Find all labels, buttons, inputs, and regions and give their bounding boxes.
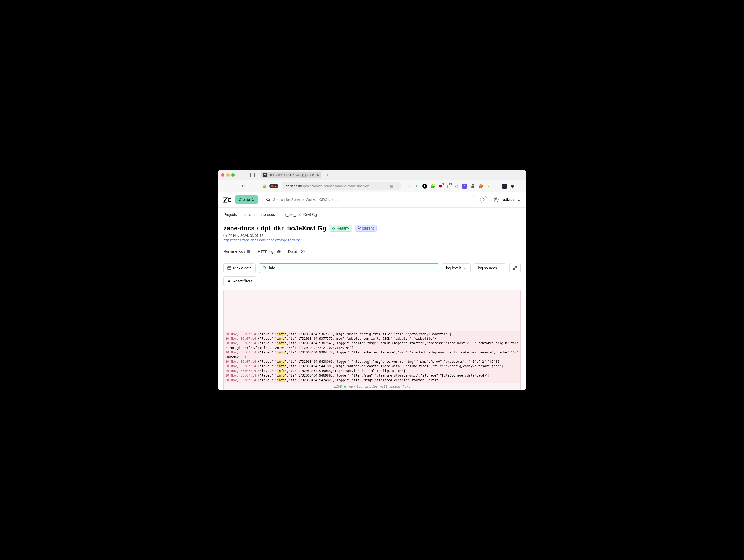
svg-point-5	[247, 250, 248, 250]
help-button[interactable]: ?	[480, 196, 487, 203]
clock-icon	[223, 234, 227, 237]
search-icon	[263, 266, 266, 270]
tab-close-icon[interactable]: ✕	[317, 173, 319, 177]
deployment-timestamp: 20 Nov 2024, 03:07:12	[223, 234, 521, 238]
log-search-input[interactable]	[269, 266, 435, 270]
expand-button[interactable]	[510, 263, 521, 273]
list-icon	[247, 249, 251, 253]
ext-icon-circle[interactable]: ◎	[454, 184, 459, 189]
breadcrumb-projects[interactable]: Projects	[223, 212, 237, 216]
bookmark-icon[interactable]: ☆	[395, 184, 399, 188]
tab-runtime-logs[interactable]: Runtime logs	[223, 249, 251, 257]
title-bar: ZO zane-docs / tioJeXrwLGg | Zane ✕ + ⌄	[218, 170, 526, 180]
ext-icon-wave[interactable]: 〰	[494, 184, 499, 189]
ublock-icon[interactable]: ⛊2	[438, 184, 443, 189]
breadcrumb-service[interactable]: zane-docs	[258, 212, 275, 216]
ext-icon-dark[interactable]	[502, 184, 507, 189]
create-button[interactable]: Create	[235, 195, 258, 204]
reload-button[interactable]: ⟳	[241, 184, 246, 189]
status-badge-healthy: Healthy	[329, 225, 352, 232]
url-field[interactable]: lab.fkiss.me/project/docs/services/docke…	[282, 183, 401, 190]
extension-chip[interactable]: ⌄	[269, 184, 278, 188]
search-filter[interactable]	[259, 263, 439, 273]
log-empty-space	[224, 290, 520, 331]
date-picker-button[interactable]: Pick a date	[223, 263, 256, 273]
log-levels-button[interactable]: log levels ⌄	[442, 263, 471, 273]
ext-icon-f[interactable]: F	[422, 184, 427, 189]
title-service: zane-docs	[223, 225, 255, 232]
tab-http-logs[interactable]: HTTP logs	[258, 249, 281, 257]
tabs-dropdown-icon[interactable]: ⌄	[519, 173, 523, 178]
page-title: zane-docs / dpl_dkr_tioJeXrwLGg	[223, 225, 326, 232]
updown-icon	[252, 198, 254, 202]
log-line: 20 Nov, 03:07:14 {"level":"info","ts":17…	[225, 336, 519, 341]
log-sources-label: log sources	[478, 266, 497, 270]
logo[interactable]	[223, 197, 231, 202]
tab-favicon: ZO	[263, 173, 267, 177]
log-line: 20 Nov, 03:07:14 {"level":"info","ts":17…	[225, 378, 519, 383]
avatar-icon	[494, 197, 498, 202]
global-search[interactable]	[262, 195, 476, 204]
tab-details[interactable]: Details	[288, 249, 305, 257]
reset-filters-button[interactable]: ✕ Reset filters	[223, 276, 256, 286]
tab-title: zane-docs / tioJeXrwLGg | Zane	[268, 173, 314, 177]
lock-icon[interactable]: 🔒	[262, 184, 267, 188]
log-line: 20 Nov, 03:07:14 {"level":"info","ts":17…	[225, 369, 519, 373]
search-icon	[266, 198, 270, 202]
user-menu[interactable]: fredkisss ⌄	[494, 197, 521, 202]
log-levels-label: log levels	[446, 266, 461, 270]
title-separator: /	[257, 225, 258, 232]
svg-point-9	[247, 252, 248, 253]
chevron-right-icon: ›	[254, 212, 255, 216]
ext-icon-square[interactable]: ◫2	[446, 184, 451, 189]
username: fredkisss	[501, 198, 515, 202]
ext-icon-cookie[interactable]: 🍪	[478, 184, 483, 189]
log-line: 20 Nov, 03:07:14 {"level":"info","ts":17…	[225, 360, 519, 364]
log-lines: 20 Nov, 03:07:14 {"level":"info","ts":17…	[224, 331, 520, 383]
create-label: Create	[239, 198, 250, 202]
app: Create ? fredkisss ⌄ Projects › docs › z…	[218, 192, 526, 390]
page-title-row: zane-docs / dpl_dkr_tioJeXrwLGg Healthy …	[223, 225, 521, 232]
reader-icon[interactable]: ▤	[390, 184, 393, 188]
browser-tab[interactable]: ZO zane-docs / tioJeXrwLGg | Zane ✕	[261, 172, 321, 178]
log-line: 20 Nov, 03:07:14 {"level":"info","ts":17…	[225, 332, 519, 336]
back-button[interactable]: ←	[221, 184, 227, 188]
log-footer: -- LIVE new log entries will appear here…	[224, 383, 520, 390]
ext-icon-purple[interactable]: 8	[462, 184, 467, 189]
current-label: current	[362, 226, 374, 230]
window-close-button[interactable]	[221, 173, 224, 176]
svg-point-3	[495, 198, 497, 200]
globe-icon	[277, 250, 281, 253]
global-search-input[interactable]	[273, 198, 472, 202]
deployment-url[interactable]: https://docs-zane-docs-docker-tiojexrwlg…	[223, 238, 302, 242]
tabs: Runtime logs HTTP logs Details	[223, 249, 521, 257]
window-maximize-button[interactable]	[231, 173, 234, 176]
reset-label: Reset filters	[233, 279, 252, 283]
svg-point-15	[303, 250, 303, 251]
forward-button[interactable]: →	[229, 184, 234, 188]
puzzle-icon[interactable]: 🧩	[431, 184, 435, 189]
info-icon	[301, 250, 305, 253]
window-minimize-button[interactable]	[226, 173, 229, 176]
content: Projects › docs › zane-docs › dpl_dkr_ti…	[218, 208, 526, 390]
ext-icon-green[interactable]: ●	[486, 184, 491, 189]
download-icon[interactable]: ⬇	[414, 184, 419, 189]
sidebar-toggle-icon[interactable]	[249, 173, 255, 177]
pocket-icon[interactable]: ⌄	[407, 184, 411, 189]
breadcrumb-docs[interactable]: docs	[243, 212, 251, 216]
log-sources-button[interactable]: log sources ⌄	[474, 263, 506, 273]
breadcrumb: Projects › docs › zane-docs › dpl_dkr_ti…	[223, 212, 521, 216]
close-icon: ✕	[227, 279, 231, 283]
menu-icon[interactable]	[518, 184, 523, 189]
tab-label: Runtime logs	[223, 249, 245, 253]
status-badge-current: current	[355, 225, 377, 232]
shield-icon[interactable]: ⛨	[256, 184, 260, 188]
address-bar: ← → ⟳ ⛨ 🔒 ⌄ lab.fkiss.me/project/docs/se…	[218, 180, 526, 192]
filters-row: Pick a date log levels ⌄ log sources ⌄	[223, 263, 521, 273]
svg-point-21	[263, 267, 266, 269]
app-header: Create ? fredkisss ⌄	[218, 192, 526, 208]
new-tab-button[interactable]: +	[326, 173, 329, 177]
date-label: Pick a date	[233, 266, 252, 270]
ext-icon-hex[interactable]: ⬢	[510, 184, 515, 189]
ext-icon-ninja[interactable]: 🥷	[470, 184, 475, 189]
